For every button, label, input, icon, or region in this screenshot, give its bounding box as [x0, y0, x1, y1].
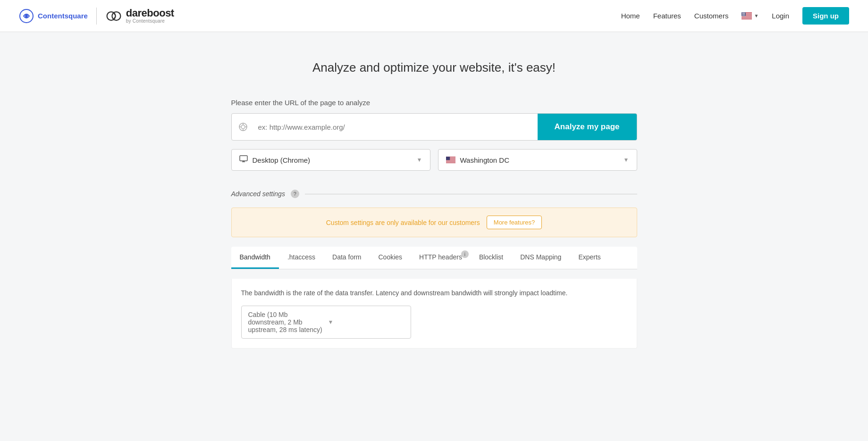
main-content: Analyze and optimize your website, it's …: [222, 32, 647, 367]
svg-point-28: [744, 15, 744, 15]
tab-experts[interactable]: Experts: [570, 247, 609, 269]
tab-badge: i: [461, 250, 469, 258]
svg-point-12: [742, 13, 742, 13]
nav-customers[interactable]: Customers: [694, 12, 729, 20]
svg-point-23: [743, 14, 744, 14]
svg-point-34: [745, 15, 745, 16]
tab-blocklist[interactable]: Blocklist: [471, 247, 512, 269]
svg-point-16: [745, 13, 745, 13]
tabs-row: Bandwidth.htaccessData formCookiesHTTP h…: [231, 247, 637, 269]
svg-rect-10: [742, 18, 752, 19]
device-chevron-icon: ▼: [417, 157, 422, 163]
svg-point-22: [743, 14, 743, 14]
contentsquare-logo[interactable]: Contentsquare: [19, 8, 88, 24]
svg-rect-41: [240, 156, 247, 161]
url-target-icon: [232, 114, 254, 140]
us-flag-icon: [446, 157, 455, 163]
more-features-button[interactable]: More features?: [487, 216, 542, 229]
location-dropdown[interactable]: Washington DC ▼: [438, 149, 637, 171]
banner-text: Custom settings are only available for o…: [326, 219, 480, 226]
page-title: Analyze and optimize your website, it's …: [231, 60, 637, 75]
svg-point-31: [743, 15, 743, 16]
svg-point-21: [742, 14, 742, 14]
header-logos: Contentsquare dareboost by Contentsquare: [19, 8, 174, 25]
signup-button[interactable]: Sign up: [802, 7, 849, 25]
svg-point-26: [742, 15, 743, 15]
bandwidth-chevron-icon: ▼: [328, 319, 404, 325]
svg-rect-8: [742, 16, 752, 17]
svg-point-17: [742, 13, 743, 14]
device-label: Desktop (Chrome): [253, 156, 412, 164]
tab--htaccess[interactable]: .htaccess: [279, 247, 324, 269]
url-input-row: Analyze my page: [231, 113, 637, 141]
svg-point-19: [744, 13, 744, 14]
tab-cookies[interactable]: Cookies: [370, 247, 411, 269]
url-section-label: Please enter the URL of the page to anal…: [231, 99, 637, 107]
svg-rect-50: [446, 162, 455, 163]
svg-point-29: [745, 15, 745, 15]
svg-rect-51: [446, 157, 450, 160]
svg-point-15: [744, 13, 745, 13]
svg-point-18: [743, 13, 744, 14]
advanced-settings-row: Advanced settings ?: [231, 190, 637, 198]
login-button[interactable]: Login: [772, 12, 789, 20]
contentsquare-label: Contentsquare: [38, 12, 88, 20]
svg-point-3: [112, 12, 120, 20]
location-chevron-icon: ▼: [624, 157, 629, 163]
advanced-settings-label[interactable]: Advanced settings: [231, 190, 285, 198]
svg-point-36: [241, 125, 245, 129]
bandwidth-description: The bandwidth is the rate of the data tr…: [241, 288, 627, 298]
tab-dns-mapping[interactable]: DNS Mapping: [512, 247, 570, 269]
analyze-button[interactable]: Analyze my page: [538, 114, 637, 140]
svg-point-20: [745, 13, 745, 14]
tab-data-form[interactable]: Data form: [324, 247, 370, 269]
nav-home[interactable]: Home: [621, 12, 640, 20]
location-label: Washington DC: [460, 156, 619, 164]
tab-bandwidth[interactable]: Bandwidth: [231, 247, 279, 269]
help-icon[interactable]: ?: [291, 190, 299, 198]
bandwidth-label: Cable (10 Mb downstream, 2 Mb upstream, …: [248, 311, 324, 333]
dropdowns-row: Desktop (Chrome) ▼ Washington DC ▼: [231, 149, 637, 171]
svg-point-2: [107, 12, 115, 20]
bandwidth-dropdown[interactable]: Cable (10 Mb downstream, 2 Mb upstream, …: [241, 306, 411, 339]
monitor-icon: [239, 155, 248, 165]
nav-features[interactable]: Features: [653, 12, 681, 20]
header-divider: [96, 8, 97, 25]
svg-point-32: [743, 15, 744, 16]
header: Contentsquare dareboost by Contentsquare…: [0, 0, 868, 32]
header-nav: Home Features Customers: [621, 7, 849, 25]
svg-point-25: [745, 14, 745, 14]
url-input[interactable]: [254, 114, 538, 140]
dareboost-sub: by Contentsquare: [126, 18, 174, 24]
svg-rect-9: [742, 17, 752, 17]
svg-rect-49: [446, 161, 455, 162]
lang-chevron-icon: ▼: [754, 13, 758, 18]
svg-point-30: [742, 15, 742, 16]
svg-point-24: [744, 14, 745, 14]
settings-divider: [305, 194, 637, 194]
device-dropdown[interactable]: Desktop (Chrome) ▼: [231, 149, 430, 171]
svg-point-13: [743, 13, 743, 13]
dareboost-logo: dareboost by Contentsquare: [105, 8, 174, 24]
svg-point-1: [25, 15, 28, 17]
language-selector[interactable]: ▼: [742, 12, 758, 19]
custom-settings-banner: Custom settings are only available for o…: [231, 208, 637, 237]
svg-point-33: [744, 15, 745, 16]
tab-content: The bandwidth is the rate of the data tr…: [231, 279, 637, 349]
dareboost-name: dareboost: [126, 8, 174, 18]
svg-rect-48: [446, 160, 455, 161]
svg-point-14: [743, 13, 744, 13]
svg-point-27: [743, 15, 744, 15]
tab-http-headers[interactable]: HTTP headersi: [411, 247, 471, 269]
